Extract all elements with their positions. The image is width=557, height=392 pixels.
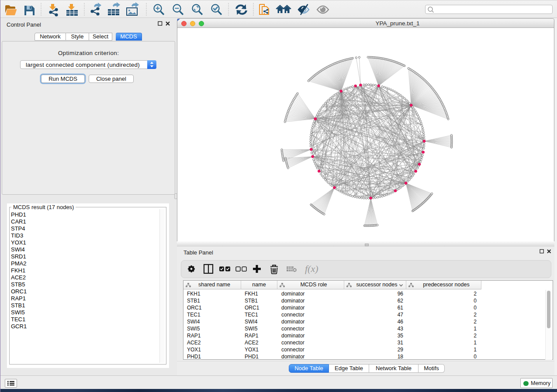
svg-text:f(x): f(x) <box>305 263 318 274</box>
